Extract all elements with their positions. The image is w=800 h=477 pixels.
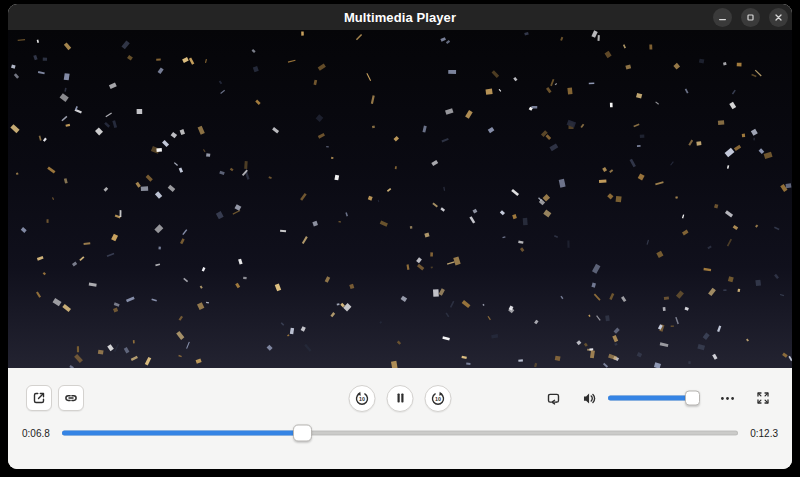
close-button[interactable] (769, 8, 788, 27)
elapsed-time: 0:06.8 (22, 428, 52, 439)
skip-forward-button[interactable]: 10 (425, 385, 452, 412)
secondary-controls-group (542, 387, 774, 409)
playback-controls: 10 10 (8, 368, 792, 469)
repeat-button[interactable] (542, 387, 564, 409)
confetti-video-frame (8, 30, 792, 368)
remaining-time: 0:12.3 (748, 428, 778, 439)
volume-slider[interactable] (608, 390, 698, 406)
seek-slider[interactable] (62, 425, 738, 441)
pause-icon (392, 390, 408, 406)
maximize-button[interactable] (741, 8, 760, 27)
fullscreen-button[interactable] (752, 387, 774, 409)
seek-row: 0:06.8 0:12.3 (8, 425, 792, 441)
rewind-10-icon: 10 (354, 390, 371, 407)
multimedia-player-window: Multimedia Player (8, 4, 792, 469)
seek-track (62, 431, 738, 436)
svg-text:10: 10 (359, 396, 365, 402)
open-buttons-group (26, 385, 84, 411)
pause-button[interactable] (387, 385, 414, 412)
minimize-icon (717, 12, 728, 23)
volume-thumb (685, 391, 700, 406)
titlebar: Multimedia Player (8, 4, 792, 30)
open-file-button[interactable] (26, 385, 52, 411)
speaker-high-icon (581, 390, 598, 407)
controls-row: 10 10 (8, 385, 792, 411)
volume-fill (608, 396, 692, 401)
seek-thumb (293, 425, 312, 442)
minimize-button[interactable] (713, 8, 732, 27)
ellipsis-icon (719, 390, 736, 407)
open-url-button[interactable] (58, 385, 84, 411)
fullscreen-icon (755, 390, 771, 406)
video-surface[interactable] (8, 30, 792, 368)
forward-10-icon: 10 (430, 390, 447, 407)
open-external-icon (31, 390, 47, 406)
window-controls (713, 4, 788, 30)
link-icon (63, 390, 79, 406)
volume-button[interactable] (578, 387, 600, 409)
seek-fill (62, 431, 302, 436)
repeat-icon (545, 390, 562, 407)
skip-backward-button[interactable]: 10 (349, 385, 376, 412)
svg-text:10: 10 (435, 396, 441, 402)
window-title: Multimedia Player (344, 10, 456, 25)
maximize-icon (745, 12, 756, 23)
close-icon (773, 12, 784, 23)
menu-button[interactable] (716, 387, 738, 409)
transport-group: 10 10 (349, 385, 452, 412)
